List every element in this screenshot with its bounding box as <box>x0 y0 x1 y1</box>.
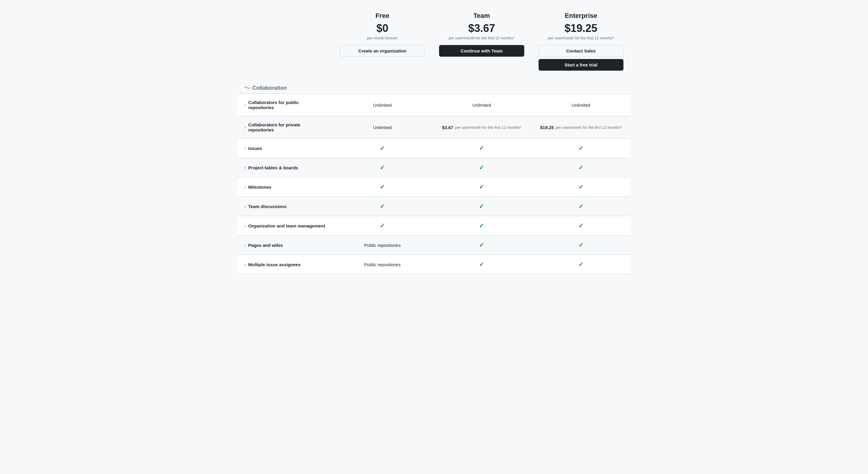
check-icon: ✓ <box>579 164 584 171</box>
plan-price: $0 <box>340 22 425 35</box>
feature-label-cell: ›Organization and team management <box>238 216 333 235</box>
feature-value-text: Unlimited <box>373 125 392 130</box>
feature-value-team: ✓ <box>432 177 531 197</box>
chevron-icon[interactable]: › <box>245 204 246 209</box>
plan-name: Enterprise <box>538 12 623 20</box>
check-icon: ✓ <box>380 164 385 171</box>
check-icon: ✓ <box>380 183 385 190</box>
header-cell-team: Team$3.67per user/month for the first 12… <box>432 6 531 79</box>
section-header: Collaboration <box>238 79 630 94</box>
feature-label-text: Issues <box>248 146 262 151</box>
check-icon: ✓ <box>479 183 484 190</box>
check-icon: ✓ <box>579 145 584 152</box>
header-empty-cell <box>238 6 333 79</box>
cta-secondary-enterprise[interactable]: Start a free trial <box>538 59 623 71</box>
feature-label-text: Project tables & boards <box>248 165 298 170</box>
feature-value-free: ✓ <box>333 216 432 235</box>
feature-value-enterprise: ✓ <box>531 216 630 235</box>
chevron-icon[interactable]: › <box>245 103 246 107</box>
check-icon: ✓ <box>579 261 584 268</box>
check-icon: ✓ <box>380 203 385 210</box>
check-icon: ✓ <box>579 222 584 229</box>
chevron-icon[interactable]: › <box>245 224 246 228</box>
header-cell-free: Free$0per month foreverCreate an organiz… <box>333 6 432 79</box>
feature-value-team: ✓ <box>432 255 531 274</box>
check-icon: ✓ <box>579 183 584 190</box>
check-icon: ✓ <box>479 145 484 152</box>
feature-value-team: ✓ <box>432 158 531 177</box>
feature-value-text: Unlimited <box>472 102 491 108</box>
price-number: $3.67 <box>442 125 453 130</box>
feature-value-enterprise: $19.25per user/month for the first 12 mo… <box>531 116 630 138</box>
feature-value-team: ✓ <box>432 216 531 235</box>
plan-period: per user/month for the first 12 months* <box>538 36 623 40</box>
feature-value-free: ✓ <box>333 138 432 158</box>
chevron-icon[interactable]: › <box>245 185 246 189</box>
pricing-table: Free$0per month foreverCreate an organiz… <box>238 6 630 274</box>
chevron-icon[interactable]: › <box>245 262 246 267</box>
price-note: $19.25per user/month for the first 12 mo… <box>540 125 622 130</box>
feature-value-free: Unlimited <box>333 116 432 138</box>
feature-value-team: ✓ <box>432 138 531 158</box>
plan-price: $3.67 <box>439 22 524 35</box>
feature-value-free: Public repositories <box>333 235 432 255</box>
feature-label-text: Pages and wikis <box>248 243 283 248</box>
collaboration-icon <box>245 86 250 91</box>
plan-name: Free <box>340 12 425 20</box>
feature-label-cell: ›Team discussions <box>238 197 333 216</box>
section-title: Collaboration <box>252 85 287 91</box>
feature-value-free: Public repositories <box>333 255 432 274</box>
feature-label-text: Team discussions <box>248 204 286 209</box>
chevron-icon[interactable]: › <box>245 146 246 151</box>
plan-price: $19.25 <box>538 22 623 35</box>
plan-period: per user/month for the first 12 months* <box>439 36 524 40</box>
feature-label-text: Collaborators for public repositories <box>248 100 326 110</box>
header-cell-enterprise: Enterprise$19.25per user/month for the f… <box>531 6 630 79</box>
feature-value-enterprise: Unlimited <box>531 94 630 116</box>
check-icon: ✓ <box>380 145 385 152</box>
check-icon: ✓ <box>579 241 584 248</box>
check-icon: ✓ <box>479 222 484 229</box>
feature-label-cell: ›Pages and wikis <box>238 235 333 255</box>
check-icon: ✓ <box>579 203 584 210</box>
feature-label-text: Milestones <box>248 184 271 189</box>
feature-value-text: Public repositories <box>364 262 401 267</box>
price-number: $19.25 <box>540 125 554 130</box>
cta-primary-free[interactable]: Create an organization <box>340 45 425 57</box>
chevron-icon[interactable]: › <box>245 243 246 247</box>
feature-label-cell: ›Project tables & boards <box>238 158 333 177</box>
feature-value-team: ✓ <box>432 197 531 216</box>
pricing-container: Free$0per month foreverCreate an organiz… <box>225 0 643 280</box>
chevron-icon[interactable]: › <box>245 166 246 170</box>
chevron-icon[interactable]: › <box>245 125 246 130</box>
feature-value-free: ✓ <box>333 158 432 177</box>
check-icon: ✓ <box>479 241 484 248</box>
feature-value-team: $3.67per user/month for the first 12 mon… <box>432 116 531 138</box>
feature-value-enterprise: ✓ <box>531 138 630 158</box>
feature-value-enterprise: ✓ <box>531 177 630 197</box>
price-description: per user/month for the first 12 months* <box>556 125 622 130</box>
feature-label-cell: ›Multiple issue assignees <box>238 255 333 274</box>
cta-primary-team[interactable]: Continue with Team <box>439 45 524 57</box>
plan-period: per month forever <box>340 36 425 40</box>
cta-primary-enterprise[interactable]: Contact Sales <box>538 45 623 57</box>
feature-label-cell: ›Milestones <box>238 177 333 197</box>
price-description: per user/month for the first 12 months* <box>455 125 521 130</box>
feature-label-cell: ›Collaborators for public repositories <box>238 94 333 116</box>
feature-value-team: Unlimited <box>432 94 531 116</box>
check-icon: ✓ <box>479 261 484 268</box>
feature-value-text: Unlimited <box>373 102 392 108</box>
price-note: $3.67per user/month for the first 12 mon… <box>442 125 521 130</box>
feature-value-team: ✓ <box>432 235 531 255</box>
check-icon: ✓ <box>380 222 385 229</box>
feature-label-text: Organization and team management <box>248 223 325 228</box>
feature-label-cell: ›Issues <box>238 138 333 158</box>
feature-value-free: ✓ <box>333 197 432 216</box>
feature-value-enterprise: ✓ <box>531 235 630 255</box>
feature-label-cell: ›Collaborators for private repositories <box>238 116 333 138</box>
check-icon: ✓ <box>479 203 484 210</box>
feature-value-enterprise: ✓ <box>531 158 630 177</box>
feature-value-free: Unlimited <box>333 94 432 116</box>
feature-value-text: Public repositories <box>364 243 401 248</box>
feature-value-text: Unlimited <box>571 102 590 108</box>
